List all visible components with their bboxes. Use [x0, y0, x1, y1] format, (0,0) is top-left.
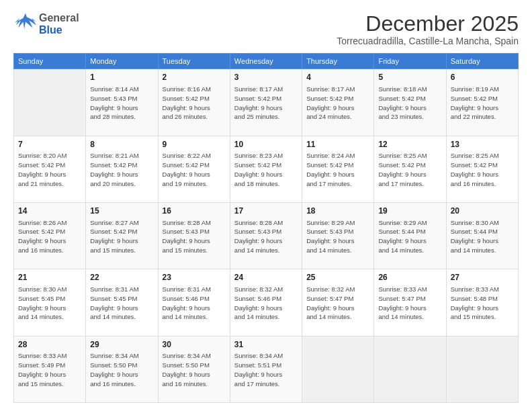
table-row: 10Sunrise: 8:23 AMSunset: 5:42 PMDayligh…: [230, 136, 302, 202]
table-row: [302, 336, 374, 402]
col-thursday: Thursday: [302, 54, 374, 69]
table-row: 5Sunrise: 8:18 AMSunset: 5:42 PMDaylight…: [374, 69, 446, 136]
day-number: 16: [163, 205, 226, 217]
day-number: 29: [90, 339, 153, 351]
table-row: [446, 336, 518, 402]
col-friday: Friday: [374, 54, 446, 69]
day-number: 23: [163, 272, 226, 283]
table-row: 23Sunrise: 8:31 AMSunset: 5:46 PMDayligh…: [158, 269, 230, 336]
calendar-week-3: 21Sunrise: 8:30 AMSunset: 5:45 PMDayligh…: [14, 269, 519, 336]
cell-details: Sunrise: 8:34 AMSunset: 5:51 PMDaylight:…: [234, 351, 298, 388]
day-number: 18: [306, 205, 369, 217]
logo-words: General Blue: [39, 12, 79, 36]
cell-details: Sunrise: 8:24 AMSunset: 5:42 PMDaylight:…: [306, 151, 369, 188]
table-row: 28Sunrise: 8:33 AMSunset: 5:49 PMDayligh…: [14, 336, 86, 402]
day-number: 30: [163, 339, 226, 351]
table-row: 30Sunrise: 8:34 AMSunset: 5:50 PMDayligh…: [158, 336, 230, 402]
table-row: 18Sunrise: 8:29 AMSunset: 5:43 PMDayligh…: [302, 202, 374, 269]
calendar-week-0: 1Sunrise: 8:14 AMSunset: 5:43 PMDaylight…: [14, 69, 519, 136]
logo-blue-text: Blue: [39, 24, 79, 36]
cell-details: Sunrise: 8:34 AMSunset: 5:50 PMDaylight:…: [163, 351, 226, 388]
day-number: 24: [234, 272, 298, 283]
cell-details: Sunrise: 8:30 AMSunset: 5:45 PMDaylight:…: [18, 285, 81, 322]
calendar-week-4: 28Sunrise: 8:33 AMSunset: 5:49 PMDayligh…: [14, 336, 519, 402]
cell-details: Sunrise: 8:28 AMSunset: 5:43 PMDaylight:…: [234, 218, 298, 255]
page: General Blue December 2025 Torrecuadradi…: [0, 0, 532, 411]
day-number: 17: [234, 205, 298, 217]
day-number: 7: [18, 139, 81, 150]
table-row: 22Sunrise: 8:31 AMSunset: 5:45 PMDayligh…: [86, 269, 158, 336]
cell-details: Sunrise: 8:17 AMSunset: 5:42 PMDaylight:…: [306, 85, 369, 122]
day-number: 15: [90, 205, 153, 217]
table-row: 6Sunrise: 8:19 AMSunset: 5:42 PMDaylight…: [446, 69, 518, 136]
month-title: December 2025: [337, 12, 519, 36]
day-number: 22: [90, 272, 153, 283]
col-sunday: Sunday: [14, 54, 86, 69]
table-row: 25Sunrise: 8:32 AMSunset: 5:47 PMDayligh…: [302, 269, 374, 336]
day-number: 6: [451, 72, 514, 83]
cell-details: Sunrise: 8:33 AMSunset: 5:49 PMDaylight:…: [18, 351, 81, 388]
cell-details: Sunrise: 8:33 AMSunset: 5:47 PMDaylight:…: [378, 285, 441, 322]
col-monday: Monday: [86, 54, 158, 69]
day-number: 5: [378, 72, 441, 83]
table-row: 8Sunrise: 8:21 AMSunset: 5:42 PMDaylight…: [86, 136, 158, 202]
table-row: 31Sunrise: 8:34 AMSunset: 5:51 PMDayligh…: [230, 336, 302, 402]
svg-marker-0: [15, 13, 36, 29]
day-number: 3: [234, 72, 298, 83]
day-number: 1: [90, 72, 153, 83]
calendar-header: Sunday Monday Tuesday Wednesday Thursday…: [14, 54, 519, 69]
logo: General Blue: [13, 12, 79, 36]
day-number: 14: [18, 205, 81, 217]
title-block: December 2025 Torrecuadradilla, Castille…: [337, 12, 519, 46]
table-row: 9Sunrise: 8:22 AMSunset: 5:42 PMDaylight…: [158, 136, 230, 202]
cell-details: Sunrise: 8:34 AMSunset: 5:50 PMDaylight:…: [90, 351, 153, 388]
day-number: 13: [451, 139, 514, 150]
day-number: 28: [18, 339, 81, 351]
cell-details: Sunrise: 8:32 AMSunset: 5:46 PMDaylight:…: [234, 285, 298, 322]
cell-details: Sunrise: 8:29 AMSunset: 5:43 PMDaylight:…: [306, 218, 369, 255]
cell-details: Sunrise: 8:31 AMSunset: 5:45 PMDaylight:…: [90, 285, 153, 322]
calendar-week-1: 7Sunrise: 8:20 AMSunset: 5:42 PMDaylight…: [14, 136, 519, 202]
day-number: 9: [163, 139, 226, 150]
calendar-body: 1Sunrise: 8:14 AMSunset: 5:43 PMDaylight…: [14, 69, 519, 403]
table-row: 13Sunrise: 8:25 AMSunset: 5:42 PMDayligh…: [446, 136, 518, 202]
day-number: 2: [163, 72, 226, 83]
cell-details: Sunrise: 8:25 AMSunset: 5:42 PMDaylight:…: [451, 151, 514, 188]
table-row: 20Sunrise: 8:30 AMSunset: 5:44 PMDayligh…: [446, 202, 518, 269]
cell-details: Sunrise: 8:30 AMSunset: 5:44 PMDaylight:…: [451, 218, 514, 255]
day-number: 10: [234, 139, 298, 150]
col-tuesday: Tuesday: [158, 54, 230, 69]
table-row: 27Sunrise: 8:33 AMSunset: 5:48 PMDayligh…: [446, 269, 518, 336]
calendar-week-2: 14Sunrise: 8:26 AMSunset: 5:42 PMDayligh…: [14, 202, 519, 269]
day-number: 31: [234, 339, 298, 351]
cell-details: Sunrise: 8:14 AMSunset: 5:43 PMDaylight:…: [90, 85, 153, 122]
location-subtitle: Torrecuadradilla, Castille-La Mancha, Sp…: [337, 36, 519, 46]
table-row: 19Sunrise: 8:29 AMSunset: 5:44 PMDayligh…: [374, 202, 446, 269]
table-row: 15Sunrise: 8:27 AMSunset: 5:42 PMDayligh…: [86, 202, 158, 269]
day-number: 21: [18, 272, 81, 283]
cell-details: Sunrise: 8:21 AMSunset: 5:42 PMDaylight:…: [90, 151, 153, 188]
cell-details: Sunrise: 8:16 AMSunset: 5:42 PMDaylight:…: [163, 85, 226, 122]
calendar-table: Sunday Monday Tuesday Wednesday Thursday…: [13, 53, 519, 403]
table-row: 2Sunrise: 8:16 AMSunset: 5:42 PMDaylight…: [158, 69, 230, 136]
header: General Blue December 2025 Torrecuadradi…: [13, 12, 519, 46]
table-row: 7Sunrise: 8:20 AMSunset: 5:42 PMDaylight…: [14, 136, 86, 202]
cell-details: Sunrise: 8:32 AMSunset: 5:47 PMDaylight:…: [306, 285, 369, 322]
cell-details: Sunrise: 8:31 AMSunset: 5:46 PMDaylight:…: [163, 285, 226, 322]
day-number: 20: [451, 205, 514, 217]
table-row: 3Sunrise: 8:17 AMSunset: 5:42 PMDaylight…: [230, 69, 302, 136]
day-number: 8: [90, 139, 153, 150]
day-number: 12: [378, 139, 441, 150]
table-row: 29Sunrise: 8:34 AMSunset: 5:50 PMDayligh…: [86, 336, 158, 402]
day-number: 11: [306, 139, 369, 150]
cell-details: Sunrise: 8:29 AMSunset: 5:44 PMDaylight:…: [378, 218, 441, 255]
cell-details: Sunrise: 8:20 AMSunset: 5:42 PMDaylight:…: [18, 151, 81, 188]
day-number: 25: [306, 272, 369, 283]
table-row: 11Sunrise: 8:24 AMSunset: 5:42 PMDayligh…: [302, 136, 374, 202]
table-row: 4Sunrise: 8:17 AMSunset: 5:42 PMDaylight…: [302, 69, 374, 136]
cell-details: Sunrise: 8:18 AMSunset: 5:42 PMDaylight:…: [378, 85, 441, 122]
table-row: [374, 336, 446, 402]
logo-general-text: General: [39, 12, 79, 24]
col-wednesday: Wednesday: [230, 54, 302, 69]
table-row: [14, 69, 86, 136]
